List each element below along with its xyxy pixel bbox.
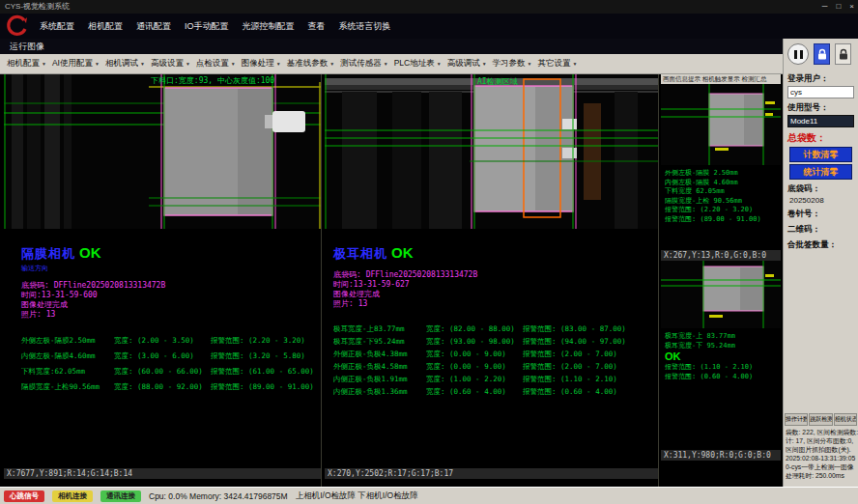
tool-camera-config[interactable]: 相机配置▼ xyxy=(4,56,49,71)
small-view-line: 下料宽度 62.05mm xyxy=(665,187,781,197)
stat-line: 袋数: 222, 区间检测袋数: xyxy=(786,428,858,436)
tool-advanced-settings[interactable]: 高级设置▼ xyxy=(148,56,193,71)
title-bar: CYS-视觉检测系统 ─ □ × xyxy=(0,0,858,14)
time-line: 时间:13-31-59-627 xyxy=(333,280,658,290)
small-view-bottom[interactable]: 极耳宽度-上 83.77mm 极耳宽度-下 95.24mm OK 报警范围: (… xyxy=(661,261,781,450)
menu-io-manual-config[interactable]: IO手动配置 xyxy=(178,14,236,39)
small-view-line: 报警范围: (0.60 - 4.00) xyxy=(665,373,781,382)
measurement-row: 隔膜宽度-上检90.56mm 宽度: (88.00 - 92.00) 报警范围:… xyxy=(21,379,321,395)
result-badge-small: OK xyxy=(665,350,781,363)
camera-title-middle: 极耳相机 xyxy=(333,246,387,261)
menu-bar: 系统配置 相机配置 通讯配置 IO手动配置 光源控制配置 查看 系统语言切换 xyxy=(0,14,858,39)
camera-image-middle[interactable]: AI检测区域 xyxy=(325,74,658,229)
measurement-row: 下料宽度:62.05mm 宽度: (60.00 - 66.00) 报警范围: (… xyxy=(21,364,321,379)
small-view-line: 报警范围: (1.10 - 2.10) xyxy=(665,363,781,373)
view-tab-row: 运行图像 xyxy=(0,39,783,54)
chevron-down-icon: ▼ xyxy=(42,61,46,67)
menu-system-config[interactable]: 系统配置 xyxy=(33,14,81,39)
left-overlay-text: 下料口:宽度:93, 中心灰度值:100 xyxy=(151,76,274,85)
pixel-coords-middle: X:270,Y:2502;R:17;G:17;B:17 xyxy=(325,468,658,479)
process-done-line: 图像处理完成 xyxy=(333,290,658,299)
measurement-row: 极耳宽度-上83.77mm 宽度: (82.00 - 88.00) 报警范围: … xyxy=(333,322,658,335)
small-view-line: 报警范围: (2.20 - 3.20) xyxy=(665,206,781,215)
measurement-row: 外侧正极-负极4.38mm 宽度: (0.00 - 9.00) 报警范围: (2… xyxy=(333,348,658,360)
login-user-value: cys xyxy=(787,86,854,98)
lock-button-active[interactable] xyxy=(814,43,830,65)
tool-plc-address-table[interactable]: PLC地址表▼ xyxy=(391,56,444,71)
ai-roi-label: AI检测区域 xyxy=(477,77,518,86)
stats-panel: 操作计数 跳跃检测 相机状态 袋数: 222, 区间检测袋数: 计: 17, 区… xyxy=(784,413,858,480)
winding-needle-label: 卷针号： xyxy=(787,209,858,220)
menu-camera-config[interactable]: 相机配置 xyxy=(81,14,129,39)
lock-icon xyxy=(838,48,849,61)
tool-camera-debug[interactable]: 相机调试▼ xyxy=(102,56,148,71)
model-label: 使用型号： xyxy=(787,102,858,114)
chevron-down-icon: ▼ xyxy=(95,61,100,67)
login-user-label: 登录用户： xyxy=(787,73,858,85)
model-value: Mode11 xyxy=(787,115,854,127)
bottom-bag-code-value: 20250208 xyxy=(789,196,858,205)
tab-operation-count[interactable]: 操作计数 xyxy=(785,413,808,426)
tool-other-settings[interactable]: 其它设置▼ xyxy=(535,56,581,71)
menu-view[interactable]: 查看 xyxy=(301,14,332,39)
tool-image-processing[interactable]: 图像处理▼ xyxy=(239,56,284,71)
small-view-line: 内侧左极-隔膜 4.60mm xyxy=(665,179,781,188)
stat-line: 处理耗时: 250.00ms xyxy=(786,471,858,480)
tool-ai-use-config[interactable]: AI使用配置▼ xyxy=(49,56,102,71)
chevron-down-icon: ▼ xyxy=(186,61,190,67)
pixel-coords-small-bottom: X:311,Y:980;R:0;G:0;B:0 xyxy=(661,450,781,461)
chevron-down-icon: ▼ xyxy=(482,61,487,67)
small-view-top[interactable]: 外侧左极-隔膜 2.50mm 内侧左极-隔膜 4.60mm 下料宽度 62.05… xyxy=(661,84,781,250)
close-button[interactable]: × xyxy=(849,0,854,14)
count-reset-button[interactable]: 计数清零 xyxy=(789,147,852,162)
process-done-line: 图像处理完成 xyxy=(21,300,321,310)
tool-spot-check-settings[interactable]: 点检设置▼ xyxy=(193,56,239,71)
cpu-memory-status: Cpu: 0.0% Memory: 3424.41796875M xyxy=(149,491,288,501)
chevron-down-icon: ▼ xyxy=(573,61,578,67)
chevron-down-icon: ▼ xyxy=(276,61,281,67)
stat-line: 0-cys一带上检测一图像 xyxy=(786,462,858,471)
menu-language-switch[interactable]: 系统语言切换 xyxy=(332,14,398,39)
maximize-button[interactable]: □ xyxy=(836,0,841,14)
small-views-column: 画面信息提示 相机触发显示 检测汇总 外侧左极-隔膜 2.50mm 内侧左极-隔… xyxy=(661,74,781,487)
tool-learning-params[interactable]: 学习参数▼ xyxy=(490,56,535,71)
measurement-row: 外侧左极-隔膜2.50mm 宽度: (2.00 - 3.50) 报警范围: (2… xyxy=(21,333,321,349)
camera-connection-badge: 相机连接 xyxy=(52,490,93,502)
tab-skip-detect[interactable]: 跳跃检测 xyxy=(809,413,832,426)
tab-run-image[interactable]: 运行图像 xyxy=(10,42,44,51)
pixel-coords-left: X:7677,Y:891;R:14;G:14;B:14 xyxy=(4,468,321,479)
menu-comm-config[interactable]: 通讯配置 xyxy=(129,14,178,39)
chevron-down-icon: ▼ xyxy=(384,61,388,67)
camera-panel-left: 下料口:宽度:93, 中心灰度值:100 隔膜相机OK 输送方向 底袋码: DF… xyxy=(4,74,322,487)
tool-test-sensor[interactable]: 测试传感器▼ xyxy=(337,56,390,71)
chevron-down-icon: ▼ xyxy=(437,61,442,67)
small-view-line: 报警范围: (89.00 - 91.00) xyxy=(665,215,781,225)
menu-light-control-config[interactable]: 光源控制配置 xyxy=(236,14,301,39)
status-bar: 心跳信号 相机连接 通讯连接 Cpu: 0.0% Memory: 3424.41… xyxy=(0,487,858,504)
toolbar: 相机配置▼ AI使用配置▼ 相机调试▼ 高级设置▼ 点检设置▼ 图像处理▼ 基准… xyxy=(0,54,783,74)
stat-line: 计: 17, 区间分布图数:0, xyxy=(786,436,858,445)
small-view-line: 极耳宽度-上 83.77mm xyxy=(665,332,781,342)
lock-button[interactable] xyxy=(835,43,851,65)
tab-camera-status[interactable]: 相机状态 xyxy=(834,413,857,426)
camera-image-left[interactable]: 下料口:宽度:93, 中心灰度值:100 xyxy=(4,74,321,229)
chevron-down-icon: ▼ xyxy=(329,61,334,67)
chevron-down-icon: ▼ xyxy=(231,61,236,67)
tool-advanced-debug[interactable]: 高级调试▼ xyxy=(444,56,490,71)
measurement-row: 外侧正极-负极4.58mm 宽度: (0.00 - 9.00) 报警范围: (2… xyxy=(333,360,658,373)
total-bags-label: 总袋数： xyxy=(787,131,858,145)
small-views-header: 画面信息提示 相机触发显示 检测汇总 xyxy=(661,74,781,84)
app-logo-icon xyxy=(0,14,33,39)
measurement-row: 极耳宽度-下95.24mm 宽度: (93.00 - 98.00) 报警范围: … xyxy=(333,335,658,348)
small-view-line: 外侧左极-隔膜 2.50mm xyxy=(665,169,781,179)
comm-connection-badge: 通讯连接 xyxy=(100,490,141,502)
tool-baseline-params[interactable]: 基准线参数▼ xyxy=(284,56,337,71)
pause-button[interactable] xyxy=(787,43,809,65)
bottom-bag-code-label: 底袋码： xyxy=(787,183,858,195)
minimize-button[interactable]: ─ xyxy=(822,0,828,14)
stats-reset-button[interactable]: 统计清零 xyxy=(789,164,852,180)
camera-image-small-bottom xyxy=(661,261,781,328)
chevron-down-icon: ▼ xyxy=(528,61,532,67)
camera-image-small-top xyxy=(661,84,781,165)
photo-count-line: 照片: 13 xyxy=(333,299,658,309)
